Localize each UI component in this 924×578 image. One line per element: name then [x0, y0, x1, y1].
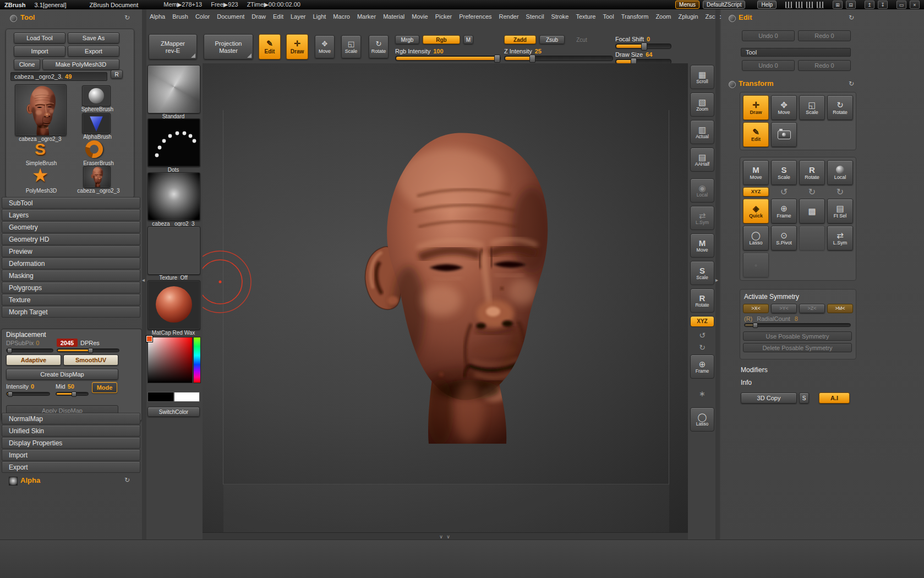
switchcolor-button[interactable]: SwitchColor	[147, 407, 200, 417]
menu-color[interactable]: Color	[195, 13, 210, 20]
r-toggle[interactable]: (R)	[744, 315, 752, 322]
rotate-ccw-icon[interactable]: ↺	[690, 329, 714, 341]
slider-icon[interactable]	[817, 2, 824, 8]
dock-down-icon[interactable]: ↧	[878, 1, 888, 9]
zsub-button[interactable]: Zsub	[539, 35, 565, 44]
color-hue-bar[interactable]	[193, 337, 201, 383]
import-button[interactable]: Import	[14, 46, 65, 57]
menu-tool[interactable]: Tool	[603, 13, 614, 20]
stroke-selector[interactable]	[147, 118, 200, 167]
info-section[interactable]: Info	[741, 379, 752, 386]
dpsubpix-slider[interactable]	[6, 348, 53, 352]
save-as-button[interactable]: Save As	[68, 32, 119, 43]
s-button[interactable]: S	[799, 392, 809, 403]
rgb-intensity-slider[interactable]	[395, 56, 501, 61]
edit-palette-icon[interactable]	[729, 15, 736, 22]
modifiers-section[interactable]: Modifiers	[741, 366, 768, 374]
menu-macro[interactable]: Macro	[333, 13, 350, 20]
axis-z-rotate-button[interactable]: ↻	[827, 187, 853, 197]
refresh-icon[interactable]: ↻	[124, 14, 130, 21]
menu-preferences[interactable]: Preferences	[459, 13, 491, 20]
section-preview[interactable]: Preview	[2, 246, 140, 257]
menu-stencil[interactable]: Stencil	[526, 13, 544, 20]
layout-grid-icon[interactable]: ⊞	[833, 1, 843, 9]
mid-slider-label[interactable]: Mid 50	[56, 383, 74, 390]
alphabrush-thumbnail[interactable]	[82, 113, 111, 134]
spherebrush-thumbnail[interactable]	[82, 85, 111, 106]
tool-undo-button[interactable]: Undo 0	[742, 60, 795, 71]
polymesh3d-thumbnail[interactable]: ★	[25, 165, 56, 186]
symmetry-title[interactable]: Activate Symmetry	[744, 293, 853, 301]
m-button[interactable]: M	[463, 35, 473, 44]
menu-picker[interactable]: Picker	[435, 13, 452, 20]
projection-master-button[interactable]: Projection Master	[204, 34, 253, 59]
right-divider[interactable]: ▸	[715, 9, 720, 539]
quick-button[interactable]: ◈ Quick	[743, 199, 769, 223]
simplebrush-thumbnail[interactable]: S	[25, 139, 56, 159]
snapshot-button[interactable]	[771, 122, 797, 147]
menu-alpha[interactable]: Alpha	[150, 13, 165, 20]
xyz-button[interactable]: XYZ	[743, 187, 769, 197]
default-zscript-button[interactable]: DefaultZScript	[703, 1, 745, 9]
create-dispmap-button[interactable]: Create DispMap	[6, 369, 118, 380]
nav-move-button[interactable]: M Move	[690, 233, 714, 258]
dpres-slider[interactable]	[57, 348, 119, 352]
menu-brush[interactable]: Brush	[172, 13, 188, 20]
adaptive-button[interactable]: Adaptive	[6, 355, 61, 366]
nav-rotate-button[interactable]: R Rotate	[690, 288, 714, 313]
transform-palette-icon[interactable]	[729, 81, 736, 88]
eraserbrush-thumbnail[interactable]	[82, 137, 106, 161]
swatch-black[interactable]	[147, 392, 174, 402]
sym-y-button[interactable]: >Y<	[771, 304, 797, 313]
section-display-properties[interactable]: Display Properties	[2, 437, 140, 449]
menu-texture[interactable]: Texture	[576, 13, 595, 20]
nav-scale-button[interactable]: S Scale	[771, 160, 797, 185]
aahalf-button[interactable]: ▤ AAHalf	[690, 148, 714, 172]
help-button[interactable]: Help	[757, 1, 777, 9]
menu-zoom[interactable]: Zoom	[655, 13, 671, 20]
rotate-cw-icon[interactable]: ↻	[690, 341, 714, 353]
section-polygroups[interactable]: Polygroups	[2, 282, 140, 293]
use-posable-symmetry-button[interactable]: Use Posable Symmetry	[743, 331, 852, 341]
minimize-icon[interactable]: ▭	[896, 1, 906, 9]
misc-icon[interactable]: ∗	[690, 385, 714, 402]
zadd-button[interactable]: Zadd	[504, 35, 536, 44]
lsym-button[interactable]: ⇄ L.Sym	[690, 206, 714, 230]
slider-icon[interactable]	[796, 2, 803, 8]
section-subtool[interactable]: SubTool	[2, 197, 140, 209]
transform-scale-button[interactable]: ◱ Scale	[799, 95, 825, 120]
menu-material[interactable]: Material	[383, 13, 404, 20]
dock-up-icon[interactable]: ↥	[865, 1, 874, 9]
brush-selector[interactable]	[147, 65, 200, 113]
dpsubpix-slider-label[interactable]: DPSubPix 0	[6, 340, 39, 346]
radialcount-slider[interactable]	[744, 323, 851, 327]
sym-m-button[interactable]: >M<	[827, 304, 853, 313]
scroll-button[interactable]: ▦ Scroll	[690, 65, 714, 89]
ai-button[interactable]: A.I	[819, 392, 850, 403]
canvas-scrollbar[interactable]: ∨ ∨	[203, 532, 688, 540]
menu-transform[interactable]: Transform	[621, 13, 649, 20]
section-normalmap[interactable]: NormalMap	[2, 413, 140, 424]
rgb-button[interactable]: Rgb	[423, 35, 460, 44]
zcut-button[interactable]: Zcut	[569, 35, 594, 44]
3d-copy-button[interactable]: 3D Copy	[741, 392, 797, 403]
nav-move-button[interactable]: M Move	[743, 160, 769, 185]
smoothuv-button[interactable]: SmoothUV	[63, 355, 118, 366]
mrgb-button[interactable]: Mrgb	[395, 35, 419, 44]
section-morph-target[interactable]: Morph Target	[2, 306, 140, 318]
lasso-button[interactable]: ◯ Lasso	[690, 407, 714, 432]
z-intensity-slider[interactable]	[504, 56, 613, 61]
section-texture[interactable]: Texture	[2, 294, 140, 306]
displacement-title[interactable]: Displacement	[6, 331, 46, 339]
close-icon[interactable]: ×	[910, 1, 920, 9]
sculpt-head-3d-model[interactable]	[325, 126, 583, 445]
menu-draw[interactable]: Draw	[251, 13, 266, 20]
transform-edit-button[interactable]: ✎ Edit	[743, 122, 769, 147]
sym-z-button[interactable]: >Z<	[799, 304, 825, 313]
local-sym-button[interactable]: ⇄ L.Sym	[827, 226, 853, 250]
lasso-button[interactable]: ◯ Lasso	[743, 226, 769, 250]
edit-redo-button[interactable]: Redo 0	[798, 30, 851, 41]
canvas[interactable]	[203, 63, 688, 532]
transform-rotate-button[interactable]: ↻ Rotate	[827, 95, 853, 120]
palette-icon[interactable]	[10, 15, 17, 22]
